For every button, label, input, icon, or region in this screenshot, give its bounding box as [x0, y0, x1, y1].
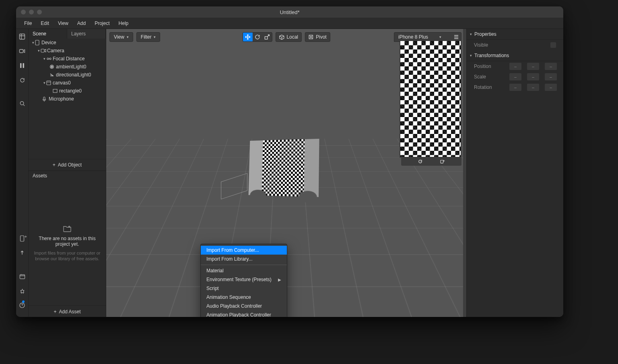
svg-rect-16 [43, 97, 45, 100]
viewport[interactable]: View ▾ Filter ▾ [106, 29, 466, 317]
scale-tool-icon[interactable] [262, 33, 272, 41]
svg-rect-14 [47, 81, 51, 85]
minimize-traffic-light[interactable] [29, 10, 34, 14]
chevron-right-icon: ▶ [278, 278, 281, 282]
rotation-y-input[interactable]: – [527, 84, 539, 91]
scale-y-input[interactable]: – [527, 73, 539, 80]
library-icon[interactable] [18, 272, 27, 281]
viewport-scrollbar[interactable] [463, 29, 466, 317]
layout-icon[interactable] [18, 32, 27, 41]
add-asset-button[interactable]: + Add Asset [29, 305, 106, 317]
add-object-label: Add Object [58, 162, 82, 168]
position-z-input[interactable]: – [545, 63, 557, 70]
tree-canvas[interactable]: ▾ canvas0 [29, 79, 106, 87]
refresh-icon[interactable] [18, 76, 27, 84]
scale-z-input[interactable]: – [545, 73, 557, 80]
rotation-x-input[interactable]: – [509, 84, 521, 91]
assets-empty-state: There are no assets in this project yet.… [29, 181, 106, 305]
local-toggle[interactable]: Local [275, 32, 302, 42]
add-object-button[interactable]: + Add Object [29, 159, 106, 171]
ctx-import-computer[interactable]: Import From Computer... [201, 246, 287, 255]
chevron-down-icon: ▾ [439, 35, 441, 39]
help-icon[interactable] [18, 301, 27, 310]
position-y-input[interactable]: – [527, 63, 539, 70]
scene-canvas-object[interactable] [247, 140, 319, 196]
tree-device[interactable]: ▾ Device [29, 39, 106, 47]
device-preview-label: iPhone 8 Plus [398, 34, 428, 40]
tree-rect[interactable]: rectangle0 [29, 87, 106, 95]
visible-checkbox[interactable] [550, 42, 556, 48]
ctx-material[interactable]: Material [201, 266, 287, 275]
refresh-icon[interactable] [418, 159, 423, 164]
menu-edit[interactable]: Edit [37, 19, 53, 28]
menu-bar: File Edit View Add Project Help [16, 18, 563, 29]
search-icon[interactable] [18, 99, 27, 108]
close-traffic-light[interactable] [21, 10, 26, 14]
device-preview-header[interactable]: iPhone 8 Plus ▾ [394, 32, 461, 42]
zoom-traffic-light[interactable] [37, 10, 42, 14]
tab-scene[interactable]: Scene [29, 29, 67, 39]
tree-camera[interactable]: ▾ Camera [29, 47, 106, 55]
svg-point-12 [49, 58, 51, 60]
ctx-label: Audio Playback Controller [206, 303, 262, 309]
transformations-header[interactable]: ▾ Transformations [467, 50, 563, 61]
tree-mic[interactable]: Microphone [29, 95, 106, 103]
left-panel: Scene Layers ▾ Device ▾ [29, 29, 106, 317]
chevron-down-icon: ▾ [154, 35, 156, 39]
ctx-anim-ctl[interactable]: Animation Playback Controller [201, 311, 287, 317]
menu-file[interactable]: File [20, 19, 36, 28]
svg-point-11 [47, 58, 49, 60]
svg-point-7 [21, 290, 24, 293]
tab-layers[interactable]: Layers [67, 29, 106, 39]
reset-icon[interactable] [440, 159, 445, 164]
tree-directional[interactable]: directionalLight0 [29, 71, 106, 79]
device-icon[interactable]: + [18, 234, 27, 243]
svg-rect-5 [21, 236, 24, 241]
properties-header[interactable]: ▾ Properties [467, 29, 563, 40]
view-dropdown[interactable]: View ▾ [109, 32, 133, 42]
scene-tree: ▾ Device ▾ Camera ▾ [29, 39, 106, 159]
svg-rect-1 [20, 49, 23, 53]
position-row: Position – – – [467, 61, 563, 72]
scale-row: Scale – – – [467, 72, 563, 82]
pivot-icon [309, 35, 313, 39]
svg-rect-9 [35, 40, 39, 45]
video-icon[interactable] [18, 47, 27, 56]
move-tool-icon[interactable] [243, 33, 252, 41]
position-x-input[interactable]: – [509, 63, 521, 70]
svg-rect-3 [23, 63, 25, 68]
filter-label: Filter [141, 34, 152, 40]
filter-dropdown[interactable]: Filter ▾ [136, 32, 161, 42]
menu-help[interactable]: Help [115, 19, 133, 28]
ctx-label: Script [206, 286, 219, 291]
pivot-label: Pivot [316, 34, 327, 40]
bug-icon[interactable] [18, 286, 27, 295]
ctx-label: Environment Texture (Presets) [206, 277, 272, 282]
menu-add[interactable]: Add [73, 19, 90, 28]
scale-x-input[interactable]: – [509, 73, 521, 80]
ctx-audio-ctl[interactable]: Audio Playback Controller [201, 302, 287, 311]
chevron-down-icon: ▾ [470, 53, 472, 58]
pause-icon[interactable] [18, 61, 27, 70]
rotate-tool-icon[interactable] [252, 33, 262, 41]
tree-ambient[interactable]: ambientLight0 [29, 63, 106, 71]
pivot-toggle[interactable]: Pivot [305, 32, 330, 42]
menu-project[interactable]: Project [91, 19, 113, 28]
svg-rect-2 [20, 63, 22, 68]
ctx-anim-seq[interactable]: Animation Sequence [201, 293, 287, 302]
menu-icon[interactable] [454, 35, 459, 39]
upload-icon[interactable] [18, 249, 27, 257]
chevron-down-icon: ▾ [127, 35, 129, 39]
rotation-z-input[interactable]: – [545, 84, 557, 91]
scale-label: Scale [474, 74, 501, 80]
tree-label: Device [41, 40, 56, 45]
ctx-env-texture[interactable]: Environment Texture (Presets) ▶ [201, 275, 287, 284]
ctx-import-library[interactable]: Import From Library... [201, 255, 287, 263]
ctx-script[interactable]: Script [201, 284, 287, 293]
tree-focal[interactable]: ▾ Focal Distance [29, 55, 106, 63]
transformations-label: Transformations [474, 53, 509, 58]
window-title: Untitled* [16, 9, 563, 15]
tree-label: rectangle0 [59, 88, 82, 94]
ctx-label: Animation Sequence [206, 294, 251, 300]
menu-view[interactable]: View [54, 19, 72, 28]
